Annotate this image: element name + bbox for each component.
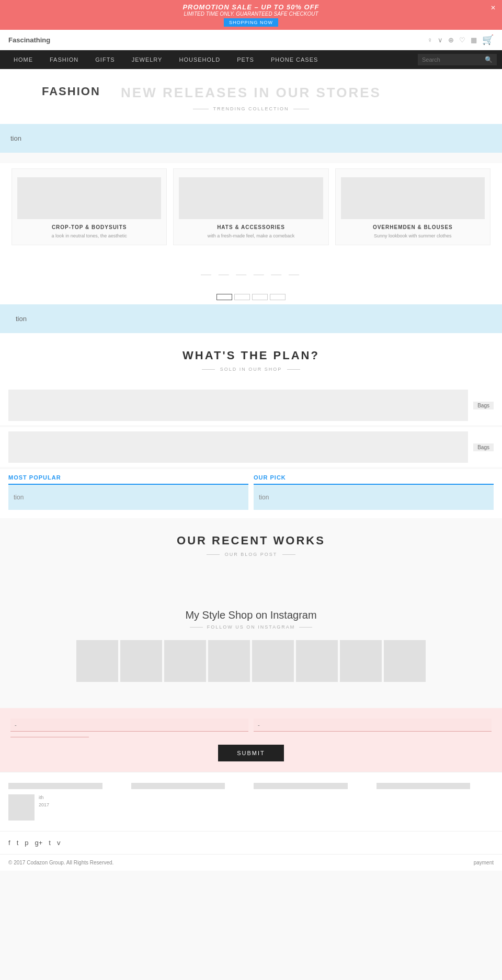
whats-plan-section: WHAT'S THE PLAN? SOLD IN OUR SHOP [0, 333, 502, 385]
footer-col-1 [131, 783, 249, 821]
insta-img-5[interactable] [296, 640, 338, 682]
featured-col-most-popular: MOST POPULAR tion [8, 474, 248, 510]
cat-card-img-hats [179, 177, 323, 219]
slider2-text: tion [16, 315, 27, 323]
product-img-1 [8, 431, 468, 463]
cat-card-crop-top[interactable]: CROP-TOP & BODYSUITS a look in neutral t… [12, 168, 167, 245]
hero-slider-text: tion [10, 134, 21, 142]
tab-item-3[interactable] [270, 294, 286, 300]
top-bar: Fascinathing ♀ ∨ ⊕ ♡ ▦ 🛒 [0, 30, 502, 50]
insta-img-1[interactable] [120, 640, 162, 682]
cat-card-hats[interactable]: HATS & ACCESSORIES with a fresh-made fee… [173, 168, 328, 245]
tab-item-2[interactable] [252, 294, 268, 300]
whats-plan-heading: WHAT'S THE PLAN? [10, 349, 492, 362]
our-pick-slider: tion [254, 484, 494, 510]
cat-card-blouses[interactable]: OVERHEMDEN & BLOUSES Sunny lookbook with… [335, 168, 490, 245]
footer-col-text-block-0: ith 2017 [8, 794, 126, 821]
whats-plan-line-left [202, 369, 215, 370]
tab-item-1[interactable] [234, 294, 250, 300]
nav-item-pets[interactable]: PETS [229, 50, 263, 69]
footer-col-header-1 [131, 783, 225, 789]
footer-text-suffix: ith [39, 795, 44, 800]
whats-plan-sub-row: SOLD IN OUR SHOP [10, 367, 492, 372]
recent-works-subtext: OUR BLOG POST [225, 552, 278, 557]
insta-img-3[interactable] [208, 640, 250, 682]
instagram-subtext: FOLLOW US ON INSTAGRAM [207, 624, 295, 630]
grid-icon[interactable]: ▦ [471, 36, 477, 44]
recent-works-heading: OUR RECENT WORKS [10, 534, 492, 548]
nav-item-jewelry[interactable]: JEWELRY [123, 50, 171, 69]
category-cards: CROP-TOP & BODYSUITS a look in neutral t… [0, 163, 502, 256]
bottom-bar: © 2017 Codazon Group. All Rights Reserve… [0, 854, 502, 871]
insta-img-0[interactable] [76, 640, 118, 682]
recent-works-line-right [282, 554, 295, 555]
nav-item-fashion[interactable]: FASHION [41, 50, 87, 69]
footer-text-year: 2017 [39, 802, 49, 807]
featured-col-our-pick: OUR PICK tion [254, 474, 494, 510]
tab-item-0[interactable] [216, 294, 232, 300]
hero-slider: tion [0, 124, 502, 153]
main-nav: HOME FASHION GIFTS JEWELRY HOUSEHOLD PET… [0, 50, 502, 69]
most-popular-slider-text: tion [14, 494, 24, 501]
promo-button[interactable]: SHOPPING NOW [224, 18, 278, 27]
fashion-logo-text: FASHIOn [42, 85, 100, 98]
instagram-title: My Style Shop on Instagram [10, 609, 492, 621]
section2-title-dashes: — — — — — — [10, 268, 492, 280]
nav-item-household[interactable]: HOUSEHOLD [170, 50, 229, 69]
search-input[interactable] [422, 56, 485, 63]
product-badge-0[interactable]: Bags [473, 402, 494, 409]
promo-banner: PROMOTION SALE – UP TO 50% OFF LIMITED T… [0, 0, 502, 30]
nav-item-gifts[interactable]: GIFTS [87, 50, 123, 69]
footer-col-3 [376, 783, 494, 821]
product-badge-1[interactable]: Bags [473, 443, 494, 451]
nav-search-bar: 🔍 [418, 54, 497, 65]
hero-line-left [193, 109, 209, 109]
search-submit-icon[interactable]: 🔍 [485, 56, 493, 63]
social-row: f t p g+ t v [0, 831, 502, 854]
social-tumblr-icon[interactable]: t [49, 839, 51, 847]
insta-img-7[interactable] [384, 640, 426, 682]
footer-col-text-0: ith 2017 [39, 794, 49, 808]
our-pick-label: OUR PICK [254, 474, 494, 481]
cart-button[interactable]: 🛒 [482, 34, 494, 45]
hero-section: FASHIOn NEW RELEASES IN OUR STORES TREND… [0, 69, 502, 124]
social-googleplus-icon[interactable]: g+ [35, 839, 42, 847]
featured-section: MOST POPULAR tion OUR PICK tion [0, 469, 502, 518]
insta-img-4[interactable] [252, 640, 294, 682]
newsletter-submit-button[interactable]: SUBMIT [218, 745, 284, 761]
footer-copyright: © 2017 Codazon Group. All Rights Reserve… [8, 860, 113, 865]
nav-item-phone-cases[interactable]: PHONE CASES [263, 50, 326, 69]
promo-close-icon[interactable]: ✕ [490, 4, 496, 12]
instagram-grid [10, 640, 492, 682]
cat-card-desc-1: with a fresh-made feel, make a comeback [179, 233, 323, 238]
promo-title: PROMOTION SALE – UP TO 50% OFF [5, 3, 497, 11]
search-icon[interactable]: ⊕ [448, 36, 454, 44]
newsletter-email-input[interactable] [254, 719, 492, 732]
newsletter-inputs [10, 719, 492, 732]
hero-line-right [293, 109, 309, 109]
insta-img-2[interactable] [164, 640, 206, 682]
social-twitter-icon[interactable]: t [17, 839, 19, 847]
product-row-1: Bags [0, 427, 502, 467]
instagram-line-right [299, 627, 312, 628]
payment-label: payment [474, 860, 494, 865]
newsletter-name-input[interactable] [10, 719, 248, 732]
nav-item-home[interactable]: HOME [5, 50, 41, 69]
dropdown-icon[interactable]: ∨ [438, 36, 443, 44]
product-img-0 [8, 390, 468, 421]
user-icon[interactable]: ♀ [427, 36, 432, 44]
social-vimeo-icon[interactable]: v [57, 839, 61, 847]
top-bar-icons: ♀ ∨ ⊕ ♡ ▦ 🛒 [427, 34, 494, 45]
cat-card-title-0: CROP-TOP & BODYSUITS [17, 224, 161, 230]
social-pinterest-icon[interactable]: p [25, 839, 28, 847]
wishlist-icon[interactable]: ♡ [459, 36, 465, 44]
whats-plan-line-right [287, 369, 300, 370]
most-popular-slider: tion [8, 484, 248, 510]
cart-icon: 🛒 [482, 35, 494, 45]
cat-card-img-blouses [341, 177, 485, 219]
instagram-sub-row: FOLLOW US ON INSTAGRAM [10, 624, 492, 630]
footer-col-2 [254, 783, 371, 821]
social-facebook-icon[interactable]: f [8, 839, 10, 847]
section2-title-area: — — — — — — [0, 256, 502, 290]
insta-img-6[interactable] [340, 640, 382, 682]
